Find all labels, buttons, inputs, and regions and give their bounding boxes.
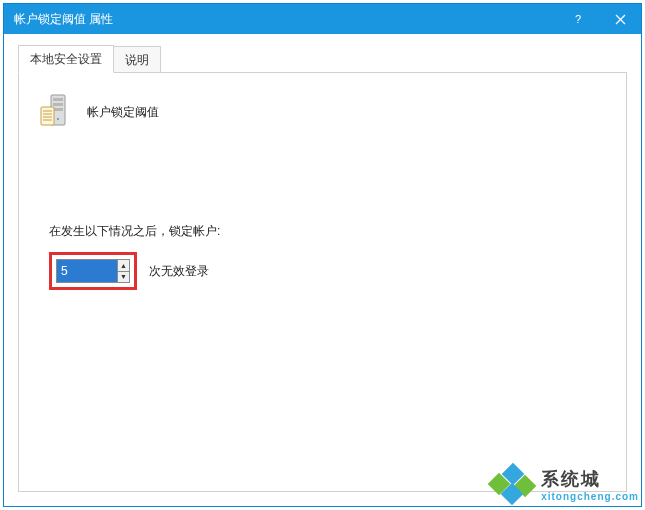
tab-panel: 帐户锁定阈值 在发生以下情况之后，锁定帐户: ▲ ▼ 次无效登录	[18, 72, 627, 492]
lockout-suffix-label: 次无效登录	[149, 263, 209, 280]
window-title: 帐户锁定阈值 属性	[14, 11, 113, 28]
window-controls: ?	[557, 4, 641, 34]
svg-rect-5	[53, 103, 63, 106]
policy-icon	[37, 93, 73, 131]
policy-header: 帐户锁定阈值	[37, 93, 608, 131]
lockout-threshold-input[interactable]	[57, 260, 117, 282]
tab-local-security-settings[interactable]: 本地安全设置	[18, 45, 114, 73]
tab-explain[interactable]: 说明	[113, 46, 161, 73]
lockout-threshold-spinner[interactable]: ▲ ▼	[56, 259, 130, 283]
svg-rect-8	[41, 107, 54, 125]
help-button[interactable]: ?	[557, 4, 599, 34]
close-button[interactable]	[599, 4, 641, 34]
tabs-strip: 本地安全设置 说明	[18, 46, 627, 72]
properties-dialog: 帐户锁定阈值 属性 ? 本地安全设置 说明	[3, 3, 642, 507]
svg-rect-4	[53, 98, 63, 101]
svg-point-7	[57, 118, 59, 120]
policy-title: 帐户锁定阈值	[87, 104, 159, 121]
spinner-row: ▲ ▼ 次无效登录	[49, 252, 220, 290]
svg-text:?: ?	[575, 13, 581, 25]
spinner-buttons: ▲ ▼	[117, 260, 129, 282]
lockout-label: 在发生以下情况之后，锁定帐户:	[49, 223, 220, 240]
titlebar[interactable]: 帐户锁定阈值 属性 ?	[4, 4, 641, 34]
highlight-box: ▲ ▼	[49, 252, 137, 290]
spinner-up-button[interactable]: ▲	[118, 260, 129, 272]
lockout-section: 在发生以下情况之后，锁定帐户: ▲ ▼ 次无效登录	[49, 223, 220, 290]
client-area: 本地安全设置 说明	[4, 34, 641, 506]
spinner-down-button[interactable]: ▼	[118, 272, 129, 283]
